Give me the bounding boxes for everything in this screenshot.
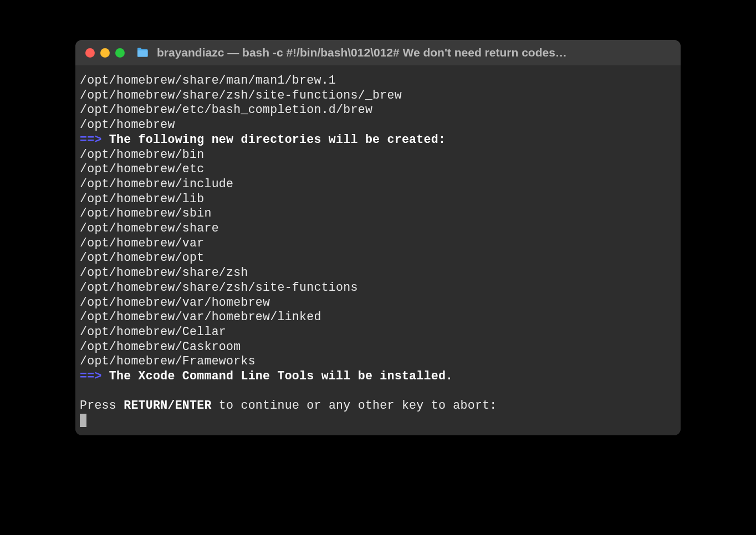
minimize-icon[interactable] xyxy=(100,48,110,58)
output-line: /opt/homebrew/var/homebrew xyxy=(80,295,676,310)
output-line: /opt/homebrew/share/man/man1/brew.1 xyxy=(80,73,676,88)
output-line: /opt/homebrew/include xyxy=(80,177,676,192)
output-line: /opt/homebrew/var xyxy=(80,236,676,251)
output-line: /opt/homebrew/Cellar xyxy=(80,325,676,339)
output-line: /opt/homebrew/opt xyxy=(80,250,676,265)
output-line: /opt/homebrew/Frameworks xyxy=(80,354,676,369)
output-line: /opt/homebrew/sbin xyxy=(80,206,676,221)
output-line: /opt/homebrew/share xyxy=(80,221,676,236)
header-text: The Xcode Command Line Tools will be ins… xyxy=(102,369,453,383)
output-line: /opt/homebrew/etc/bash_completion.d/brew xyxy=(80,102,676,117)
zoom-icon[interactable] xyxy=(115,48,125,58)
header-text: The following new directories will be cr… xyxy=(102,133,446,146)
section-header: ==> The Xcode Command Line Tools will be… xyxy=(80,369,676,384)
prompt-key: RETURN/ENTER xyxy=(124,399,211,412)
terminal-body[interactable]: /opt/homebrew/share/man/man1/brew.1 /opt… xyxy=(75,65,681,435)
prompt-post: to continue or any other key to abort: xyxy=(212,399,497,412)
prompt-line: Press RETURN/ENTER to continue or any ot… xyxy=(80,398,676,413)
output-line: /opt/homebrew/etc xyxy=(80,162,676,177)
traffic-lights xyxy=(85,48,125,58)
titlebar: brayandiazc — bash -c #!/bin/bash\012\01… xyxy=(75,40,681,65)
cursor-icon xyxy=(80,414,86,427)
output-line: /opt/homebrew/bin xyxy=(80,147,676,162)
folder-icon xyxy=(136,48,149,58)
output-line: /opt/homebrew/share/zsh/site-functions xyxy=(80,280,676,295)
output-line: /opt/homebrew/lib xyxy=(80,192,676,207)
close-icon[interactable] xyxy=(85,48,95,58)
arrow-icon: ==> xyxy=(80,133,102,146)
section-header: ==> The following new directories will b… xyxy=(80,132,676,147)
output-line: /opt/homebrew/share/zsh/site-functions/_… xyxy=(80,88,676,103)
arrow-icon: ==> xyxy=(80,369,102,383)
prompt-pre: Press xyxy=(80,399,124,412)
blank-line xyxy=(80,384,676,399)
output-line: /opt/homebrew/var/homebrew/linked xyxy=(80,310,676,325)
window-title: brayandiazc — bash -c #!/bin/bash\012\01… xyxy=(157,46,671,59)
cursor-line[interactable] xyxy=(80,413,676,428)
output-line: /opt/homebrew/share/zsh xyxy=(80,265,676,280)
output-line: /opt/homebrew xyxy=(80,117,676,132)
terminal-window: brayandiazc — bash -c #!/bin/bash\012\01… xyxy=(75,40,681,435)
output-line: /opt/homebrew/Caskroom xyxy=(80,339,676,354)
